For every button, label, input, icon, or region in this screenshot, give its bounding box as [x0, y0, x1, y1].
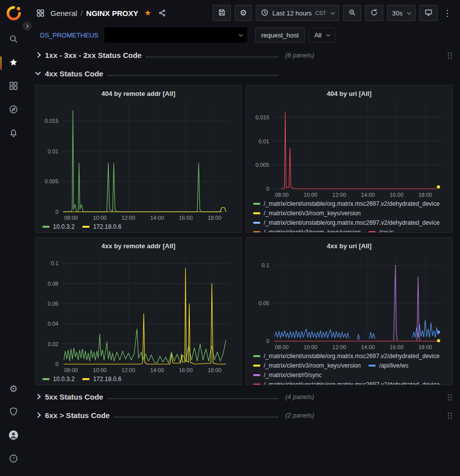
favorite-star-icon[interactable]	[143, 8, 153, 18]
chart-legend: /_matrix/client/unstable/org.matrix.msc2…	[250, 199, 448, 233]
series-color-swatch	[253, 222, 260, 224]
sidebar-item-configuration[interactable]: ⚙	[0, 377, 27, 401]
panel-4xx-by-remote-addr: 4xx by remote addr [All] 00.020.040.060.…	[35, 237, 242, 385]
panel-title[interactable]: 404 by remote addr [All]	[39, 88, 237, 99]
refresh-button[interactable]	[365, 5, 383, 21]
save-dashboard-button[interactable]	[213, 5, 231, 21]
svg-text:0.05: 0.05	[259, 300, 269, 306]
chart-svg: 00.0050.010.01508:0010:0012:0014:0016:00…	[39, 99, 237, 222]
svg-text:08:00: 08:00	[64, 367, 78, 373]
row-panel-count: (2 panels)	[285, 412, 314, 419]
legend-label: /_matrix/client/unstable/org.matrix.msc2…	[264, 353, 440, 360]
svg-text:12:00: 12:00	[332, 344, 346, 350]
sidebar-item-help[interactable]: ?	[0, 448, 27, 471]
panel-title[interactable]: 4xx by remote addr [All]	[39, 241, 237, 251]
sidebar-item-search[interactable]	[0, 28, 27, 51]
timezone-badge: CST	[315, 10, 326, 16]
legend-item[interactable]: /_matrix/client/v3/room_keys/version	[253, 228, 361, 233]
svg-text:08:00: 08:00	[64, 215, 78, 221]
legend-item[interactable]: /_matrix/client/r0/sync	[253, 371, 322, 379]
breadcrumb: General / NGINX PROXY	[50, 9, 138, 17]
row-4xx-status-code[interactable]: 4xx Status Code	[35, 66, 453, 80]
row-panel-count: (6 panels)	[285, 51, 314, 59]
sidebar-item-profile[interactable]	[0, 424, 27, 448]
legend-item[interactable]: /_matrix/client/v3/room_keys/version	[253, 362, 361, 369]
svg-text:0.02: 0.02	[48, 341, 58, 347]
chevron-down-icon	[326, 32, 330, 36]
series-color-swatch	[253, 231, 260, 233]
svg-text:08:00: 08:00	[275, 192, 289, 198]
svg-text:14:00: 14:00	[150, 215, 164, 221]
svg-text:16:00: 16:00	[390, 192, 404, 198]
row-6xx-status-code[interactable]: 6xx > Status Code (2 panels)	[35, 408, 453, 422]
legend-label: 10.0.3.2	[53, 376, 74, 383]
row-drag-handle-icon[interactable]	[447, 393, 453, 401]
legend-item[interactable]: /_matrix/client/unstable/org.matrix.msc2…	[253, 381, 440, 385]
star-icon	[8, 57, 18, 69]
datasource-variable-label[interactable]: DS_PROMETHEUS	[40, 31, 98, 39]
svg-text:18:00: 18:00	[419, 344, 433, 350]
main-area: General / NGINX PROXY ⚙	[27, 0, 460, 476]
more-options-kebab[interactable]: ⋮	[442, 8, 453, 18]
time-series-chart[interactable]: 00.0050.010.01508:0010:0012:0014:0016:00…	[250, 99, 448, 199]
legend-item[interactable]: 172.18.0.6	[82, 223, 121, 230]
legend-item[interactable]: 172.18.0.6	[82, 375, 121, 383]
svg-text:14:00: 14:00	[361, 344, 375, 350]
dashboard-content: 1xx - 3xx - 2xx Status Code (6 panels) 4…	[27, 44, 460, 476]
refresh-interval-picker[interactable]: 30s	[387, 5, 416, 21]
dotted-leader	[114, 413, 278, 418]
legend-item[interactable]: /sw.js	[369, 228, 394, 233]
panel-title[interactable]: 4xx by uri [All]	[250, 241, 448, 251]
sidebar-item-alerting[interactable]	[0, 122, 27, 145]
legend-item[interactable]: 10.0.3.2	[42, 223, 74, 230]
time-series-chart[interactable]: 00.0050.010.01508:0010:0012:0014:0016:00…	[39, 99, 237, 222]
dashboard-settings-button[interactable]: ⚙	[235, 5, 252, 21]
sidebar-item-dashboards[interactable]	[0, 75, 27, 98]
legend-item[interactable]: /_matrix/client/v3/room_keys/version	[253, 209, 361, 217]
chart-legend: 10.0.3.2172.18.0.6	[39, 374, 237, 385]
dashboard-title[interactable]: NGINX PROXY	[86, 9, 138, 17]
grafana-logo[interactable]	[5, 4, 22, 22]
legend-item[interactable]: /_matrix/client/unstable/org.matrix.msc2…	[253, 200, 440, 207]
sidebar-expand-button[interactable]	[22, 21, 31, 30]
panel-title[interactable]: 404 by uri [All]	[250, 88, 448, 99]
row-title: 6xx > Status Code	[45, 411, 110, 420]
legend-item[interactable]: /api/live/ws	[369, 362, 409, 369]
row-title: 5xx Status Code	[45, 393, 103, 401]
svg-text:0.005: 0.005	[255, 162, 269, 168]
svg-text:16:00: 16:00	[390, 344, 404, 350]
breadcrumb-section[interactable]: General	[50, 9, 77, 17]
svg-text:08:00: 08:00	[275, 344, 289, 350]
row-drag-handle-icon[interactable]	[447, 412, 453, 419]
time-series-chart[interactable]: 00.020.040.060.080.108:0010:0012:0014:00…	[39, 251, 237, 374]
legend-item[interactable]: /_matrix/client/unstable/org.matrix.msc2…	[253, 352, 440, 360]
dashboards-grid-icon	[8, 81, 18, 93]
tv-mode-button[interactable]	[420, 5, 438, 21]
svg-text:0.08: 0.08	[48, 281, 58, 287]
time-series-chart[interactable]: 00.050.108:0010:0012:0014:0016:0018:00	[250, 251, 448, 351]
series-color-swatch	[253, 374, 260, 376]
svg-text:18:00: 18:00	[419, 192, 433, 198]
dotted-leader	[146, 52, 278, 57]
row-title: 1xx - 3xx - 2xx Status Code	[45, 51, 141, 59]
share-icon[interactable]	[157, 8, 167, 18]
row-1xx-3xx-2xx-status-code[interactable]: 1xx - 3xx - 2xx Status Code (6 panels)	[35, 48, 453, 62]
datasource-variable-select[interactable]	[104, 27, 247, 42]
chevron-right-icon	[35, 412, 40, 418]
request-host-variable-label: request_host	[255, 27, 305, 42]
row-drag-handle-icon[interactable]	[447, 51, 453, 59]
legend-label: /_matrix/client/unstable/org.matrix.msc2…	[264, 200, 440, 207]
request-host-variable-select[interactable]: All	[309, 27, 335, 42]
chevron-down-icon	[331, 10, 335, 14]
row-5xx-status-code[interactable]: 5xx Status Code (4 panels)	[35, 390, 453, 404]
svg-text:?: ?	[12, 456, 14, 461]
sidebar-item-starred[interactable]	[0, 51, 27, 75]
sidebar-item-server-admin[interactable]	[0, 401, 27, 424]
zoom-out-button[interactable]	[343, 5, 361, 21]
time-range-picker[interactable]: Last 12 hours CST	[256, 5, 339, 21]
svg-text:14:00: 14:00	[361, 192, 375, 198]
sidebar-item-explore[interactable]	[0, 98, 27, 122]
legend-item[interactable]: 10.0.3.2	[42, 375, 74, 383]
legend-item[interactable]: /_matrix/client/unstable/org.matrix.msc2…	[253, 219, 440, 226]
chevron-down-icon	[407, 10, 411, 14]
